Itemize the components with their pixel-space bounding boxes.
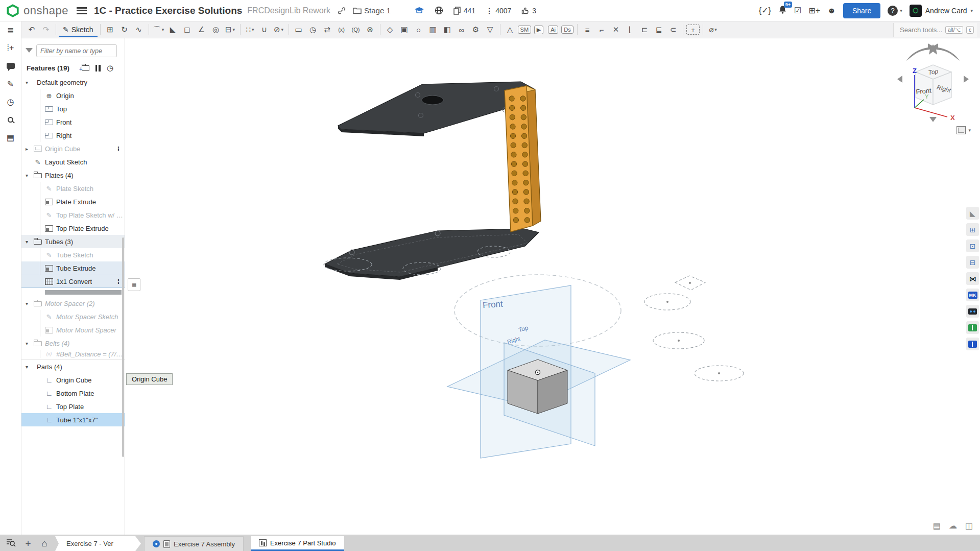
gear-settings-button[interactable]: ⚙	[469, 23, 483, 36]
part-top-plate[interactable]: Top Plate	[21, 400, 125, 413]
helix-button[interactable]: ◷	[306, 23, 320, 36]
search-tools[interactable]: Search tools... alt/⌥ c	[893, 23, 977, 37]
onshape-logo[interactable]: onshape	[0, 4, 68, 17]
app-store-icon[interactable]: ⊞+	[808, 6, 820, 15]
part-tube-1-x1-x7[interactable]: Tube 1"x1"x7"	[21, 413, 125, 426]
feature-plate-extrude[interactable]: Plate Extrude	[21, 195, 125, 208]
ds-app-button[interactable]: Ds	[561, 23, 574, 36]
chevron-down-icon[interactable]: ▾	[26, 341, 34, 346]
tab-exercise-7-ver[interactable]: Exercise 7 - Ver	[55, 536, 141, 551]
chevron-down-icon[interactable]: ▾	[26, 301, 34, 306]
feature-tube-extrude[interactable]: Tube Extrude	[21, 261, 125, 275]
flatten-button[interactable]: ≡	[581, 23, 594, 36]
revolve-button[interactable]: ↻	[118, 23, 131, 36]
enclose-button[interactable]: ◇	[384, 23, 397, 36]
feature-right[interactable]: Right	[21, 129, 125, 142]
share-button[interactable]: Share	[843, 3, 880, 18]
view-options-dropdown[interactable]: ▾	[957, 126, 971, 134]
feature-belt-distance-7-1[interactable]: #Belt_Distance = (7/1...	[21, 350, 125, 358]
ai-app-button[interactable]: Ai	[546, 23, 560, 36]
new-folder-icon[interactable]	[82, 65, 89, 71]
chevron-down-icon[interactable]: ▾	[26, 173, 34, 178]
rebuild-time-icon[interactable]: ◷	[107, 63, 113, 73]
bend-button[interactable]: ⌐	[595, 23, 608, 36]
transform-button[interactable]: ⇄	[321, 23, 334, 36]
split-button[interactable]: ⊘▾	[272, 23, 285, 36]
feature-tube-sketch[interactable]: Tube Sketch	[21, 248, 125, 261]
filter-button[interactable]: ▽	[484, 23, 497, 36]
remove-bend-button[interactable]: ✕	[609, 23, 623, 36]
feature-origin[interactable]: Origin	[21, 89, 125, 102]
chevron-down-icon[interactable]: ▾	[26, 239, 34, 245]
likes-stat[interactable]: 3	[521, 7, 536, 15]
tasks-icon[interactable]: ☑	[794, 6, 801, 15]
user-menu[interactable]: ⬡ Andrew Card ▾	[910, 5, 973, 17]
3d-viewport[interactable]: Front Top Right Top Front Right Z X Y	[125, 38, 980, 535]
tab-exercise-7-part-studio[interactable]: Exercise 7 Part Studio	[251, 536, 344, 551]
thicken-button[interactable]: ⊟▾	[224, 23, 237, 36]
document-title[interactable]: 1C - Practice Exercise Solutions	[94, 5, 242, 16]
notes-icon[interactable]: ✎	[5, 78, 16, 89]
history-icon[interactable]: ◷	[5, 96, 16, 107]
appearance-button[interactable]: ◧	[441, 23, 454, 36]
measure-button[interactable]: ⌀▾	[706, 23, 720, 36]
feature-top[interactable]: Top	[21, 102, 125, 115]
sweep-button[interactable]: ∿	[132, 23, 146, 36]
sheet-metal-button[interactable]: △	[504, 23, 517, 36]
feature-front[interactable]: Front	[21, 115, 125, 129]
featurescript-icon[interactable]: {✓}	[759, 6, 771, 15]
cloud-status-icon[interactable]: ☁	[949, 521, 957, 531]
chamfer-button[interactable]: ◣	[166, 23, 180, 36]
extrude-button[interactable]: ⊞	[104, 23, 117, 36]
workspace-breadcrumb[interactable]: Stage 1	[353, 6, 391, 15]
derived-table-icon[interactable]: ⊡	[966, 239, 979, 252]
feature-motor-spacer-sketch[interactable]: Motor Spacer Sketch	[21, 310, 125, 323]
plane-button[interactable]: ▭	[292, 23, 305, 36]
locate-pin-button[interactable]: ○	[412, 23, 425, 36]
sheet-metal-model-button[interactable]: SM	[518, 23, 532, 36]
uses-stat[interactable]: ⋮ 4007	[486, 7, 511, 15]
linear-pattern-button[interactable]: ∷▾	[244, 23, 257, 36]
sketch-button[interactable]: ✎Sketch	[59, 22, 98, 37]
feature-1x1-convert[interactable]: 1x1 Convert⁞	[21, 275, 125, 288]
feature-layout-sketch[interactable]: Layout Sketch	[21, 155, 125, 169]
bend-calculator-icon[interactable]: ◣	[966, 207, 979, 220]
filter-icon[interactable]	[26, 48, 33, 56]
feature-motor-mount-spacer[interactable]: Motor Mount Spacer	[21, 323, 125, 337]
part-bottom-plate[interactable]: Bottom Plate	[21, 387, 125, 400]
video-help-button[interactable]: ▶	[532, 23, 545, 36]
custom-feature-a-button[interactable]: ▣	[398, 23, 411, 36]
suspend-rebuild-icon[interactable]	[95, 65, 101, 71]
drag-handle-icon[interactable]: ⁞	[117, 278, 119, 285]
main-menu-icon[interactable]	[77, 7, 87, 14]
chevron-right-icon[interactable]: ▸	[26, 146, 34, 152]
variable-table-icon[interactable]: ⊟	[966, 256, 979, 269]
versions-icon[interactable]: ⁞+	[5, 42, 16, 54]
rollback-bar-handle[interactable]: ≣	[128, 278, 140, 291]
chevron-down-icon[interactable]: ▾	[26, 80, 34, 85]
feature-list-icon[interactable]: ≣	[5, 25, 16, 36]
corner-button[interactable]: ⌊	[624, 23, 637, 36]
comments-icon[interactable]	[5, 60, 16, 71]
3d-model-scene[interactable]	[125, 38, 980, 535]
new-tab-button[interactable]: +	[20, 536, 36, 551]
belt-button[interactable]: ∞	[455, 23, 468, 36]
feature-top-plate-extrude[interactable]: Top Plate Extrude	[21, 222, 125, 235]
shell-button[interactable]: ◻	[181, 23, 194, 36]
variable-studio-button[interactable]: (Q)	[349, 23, 363, 36]
part-origin-cube[interactable]: Origin Cube	[21, 373, 125, 387]
undo-button[interactable]: ↶	[25, 23, 38, 36]
feature-plate-sketch[interactable]: Plate Sketch	[21, 182, 125, 195]
convert-sm-button[interactable]: ⊑	[652, 23, 665, 36]
help-menu[interactable]: ? ▾	[888, 6, 902, 16]
print-icon[interactable]: ▤	[933, 521, 941, 531]
filter-input[interactable]	[36, 44, 117, 57]
hole-button[interactable]: ◎	[209, 23, 223, 36]
named-views-button[interactable]: +	[686, 23, 700, 36]
rollback-bar[interactable]	[45, 290, 122, 295]
green-book-app-icon[interactable]	[966, 321, 979, 334]
butterfly-app-icon[interactable]: ⋈	[966, 272, 979, 285]
feature-belts-4[interactable]: ▾Belts (4)	[21, 337, 125, 350]
tree-scrollbar[interactable]	[122, 237, 124, 457]
feature-origin-cube[interactable]: ▸Origin Cube⁞	[21, 142, 125, 155]
